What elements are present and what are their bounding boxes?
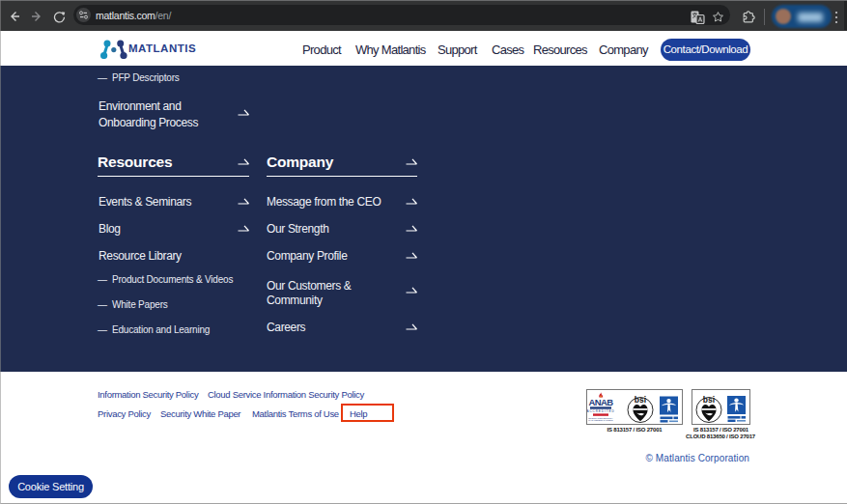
svg-text:MANAGEMENT SYSTEMS: MANAGEMENT SYSTEMS [588,419,613,421]
svg-text:ANAB: ANAB [588,397,613,407]
svg-text:bsi: bsi [703,395,715,405]
svg-text:ACCREDITED: ACCREDITED [587,409,615,413]
svg-text:bsi: bsi [635,395,646,405]
